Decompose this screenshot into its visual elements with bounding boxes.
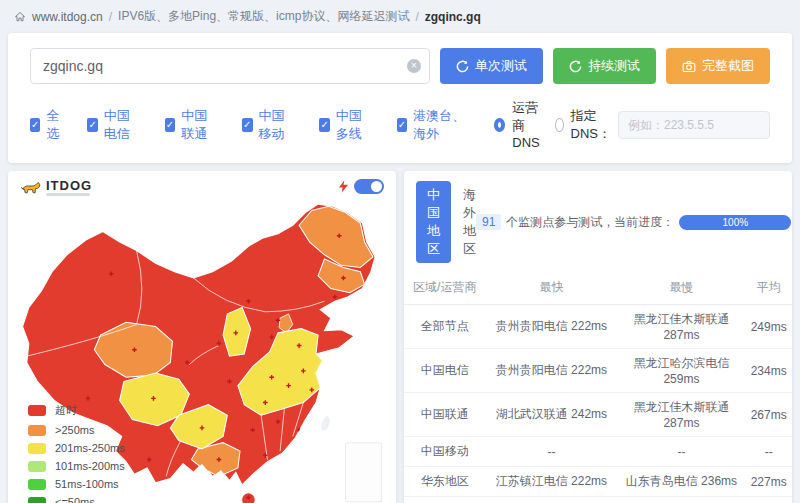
search-panel: × 单次测试 持续测试 完整截图 ✓全选 ✓中国电信 ✓中国联通 ✓中国移动 ✓… [8, 33, 792, 163]
itdog-logo[interactable]: ITDOG [20, 179, 92, 197]
checkbox-label: 港澳台、海外 [413, 107, 472, 143]
cell-region: 中国电信 [404, 349, 485, 393]
table-row: 中国电信贵州贵阳电信 222ms黑龙江哈尔滨电信 259ms234ms [404, 349, 792, 393]
continuous-test-button[interactable]: 持续测试 [553, 48, 656, 84]
legend-chip-under-50 [28, 497, 46, 503]
legend-label: 101ms-200ms [55, 460, 125, 472]
legend-chip-timeout [28, 405, 46, 416]
cell-average: 227ms [745, 467, 792, 497]
breadcrumb-site[interactable]: www.itdog.cn [32, 10, 103, 24]
col-header-region: 区域/运营商 [404, 272, 485, 305]
latency-table: 区域/运营商 最快 最慢 平均 全部节点贵州贵阳电信 222ms黑龙江佳木斯联通… [404, 272, 792, 503]
checkbox-checked-icon: ✓ [30, 118, 40, 132]
logo-text: ITDOG [46, 180, 92, 191]
cell-region: 华东地区 [404, 467, 485, 497]
cell-fastest: 贵州贵阳电信 222ms [485, 349, 617, 393]
cell-average: 234ms [745, 349, 792, 393]
checkbox-select-all[interactable]: ✓全选 [30, 107, 65, 143]
cell-fastest: -- [485, 437, 617, 467]
legend-chip-51-100 [28, 479, 46, 490]
refresh-icon [569, 60, 582, 73]
cell-average: 267ms [745, 393, 792, 437]
screenshot-label: 完整截图 [702, 57, 754, 75]
table-row: 华东地区江苏镇江电信 222ms山东青岛电信 236ms227ms [404, 467, 792, 497]
refresh-icon [456, 60, 469, 73]
table-row: 全部节点贵州贵阳电信 222ms黑龙江佳木斯联通 287ms249ms [404, 305, 792, 349]
radio-carrier-dns-label: 运营商DNS [512, 99, 548, 150]
camera-icon [682, 60, 696, 73]
radio-custom-dns[interactable] [555, 118, 563, 132]
checkbox-label: 中国联通 [181, 107, 220, 143]
checkbox-china-mobile[interactable]: ✓中国移动 [242, 107, 297, 143]
checkbox-label: 全选 [46, 107, 65, 143]
radio-carrier-dns[interactable] [494, 118, 505, 132]
results-panel: 中国地区 海外地区 91 个监测点参与测试，当前进度： 100% 区域/运营商 … [404, 171, 792, 503]
cell-region: 中国联通 [404, 393, 485, 437]
progress-label: 个监测点参与测试，当前进度： [506, 214, 674, 231]
cell-slowest: 广西柳州联通 261ms [617, 497, 745, 503]
cell-average: 261ms [745, 497, 792, 503]
single-test-label: 单次测试 [475, 57, 527, 75]
logo-tagline [46, 193, 90, 196]
legend-label: 201ms-250ms [55, 442, 125, 454]
checkbox-label: 中国移动 [259, 107, 298, 143]
progress-bar: 100% [679, 215, 791, 230]
checkbox-label: 中国多线 [336, 107, 375, 143]
cell-fastest: 江苏镇江电信 222ms [485, 467, 617, 497]
checkbox-checked-icon: ✓ [242, 118, 252, 132]
map-style-toggle[interactable] [354, 179, 384, 194]
col-header-slowest: 最慢 [617, 272, 745, 305]
radio-custom-dns-label: 指定DNS： [571, 107, 611, 143]
screenshot-button[interactable]: 完整截图 [666, 48, 770, 84]
legend-label: 51ms-100ms [55, 478, 119, 490]
col-header-fastest: 最快 [485, 272, 617, 305]
checkbox-overseas[interactable]: ✓港澳台、海外 [397, 107, 472, 143]
checkbox-checked-icon: ✓ [397, 118, 408, 132]
page: www.itdog.cn / IPV6版、多地Ping、常规版、icmp协议、网… [0, 0, 800, 503]
legend-item: 51ms-100ms [28, 478, 125, 490]
breadcrumb-current: zgqinc.gq [425, 10, 481, 24]
checkbox-china-multiline[interactable]: ✓中国多线 [319, 107, 374, 143]
table-row: 中国联通湖北武汉联通 242ms黑龙江佳木斯联通 287ms267ms [404, 393, 792, 437]
continuous-test-label: 持续测试 [588, 57, 640, 75]
target-host-input[interactable] [30, 48, 430, 84]
breadcrumb-keywords: IPV6版、多地Ping、常规版、icmp协议、网络延迟测试 [118, 8, 409, 25]
cell-region: 华南地区 [404, 497, 485, 503]
cell-average: 249ms [745, 305, 792, 349]
taiwan-region [320, 415, 332, 432]
legend-item: 101ms-200ms [28, 460, 125, 472]
cell-slowest: -- [617, 437, 745, 467]
map-panel: ITDOG [8, 171, 396, 503]
legend-item: >250ms [28, 424, 125, 436]
table-row: 华南地区广西柳州联通 261ms广西柳州联通 261ms261ms [404, 497, 792, 503]
checkbox-checked-icon: ✓ [319, 118, 329, 132]
legend-label: >250ms [55, 424, 94, 436]
cell-slowest: 黑龙江哈尔滨电信 259ms [617, 349, 745, 393]
breadcrumb-separator: / [109, 10, 112, 24]
legend-label: 超时 [55, 403, 77, 418]
progress-value: 100% [723, 217, 749, 228]
cell-region: 中国移动 [404, 437, 485, 467]
legend-chip-101-200 [28, 461, 46, 472]
checkbox-checked-icon: ✓ [87, 118, 97, 132]
tab-overseas-region[interactable]: 海外地区 [463, 186, 476, 258]
lightning-icon [339, 180, 348, 193]
map-legend: 超时 >250ms 201ms-250ms 101ms-200ms 51ms-1… [28, 397, 125, 503]
checkbox-checked-icon: ✓ [165, 118, 175, 132]
cell-fastest: 广西柳州联通 261ms [485, 497, 617, 503]
single-test-button[interactable]: 单次测试 [440, 48, 543, 84]
cell-slowest: 黑龙江佳木斯联通 287ms [617, 305, 745, 349]
checkbox-label: 中国电信 [104, 107, 143, 143]
custom-dns-input[interactable] [618, 111, 770, 139]
legend-item: 超时 [28, 403, 125, 418]
checkbox-china-telecom[interactable]: ✓中国电信 [87, 107, 142, 143]
table-row: 中国移动------ [404, 437, 792, 467]
legend-item: <=50ms [28, 496, 125, 503]
tab-china-region[interactable]: 中国地区 [416, 181, 451, 263]
checkbox-china-unicom[interactable]: ✓中国联通 [165, 107, 220, 143]
breadcrumb-separator: / [415, 10, 418, 24]
legend-chip-over-250 [28, 425, 46, 436]
clear-input-icon[interactable]: × [407, 59, 421, 73]
node-count-badge: 91 [476, 214, 501, 230]
legend-item: 201ms-250ms [28, 442, 125, 454]
